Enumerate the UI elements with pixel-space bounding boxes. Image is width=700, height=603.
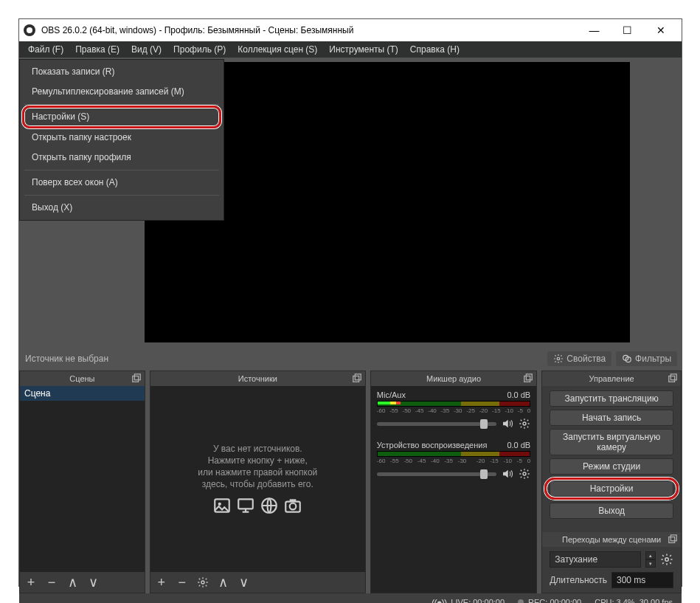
volume-slider[interactable] <box>377 472 496 476</box>
mixer-panel: Микшер аудио Mic/Aux 0.0 dB <box>370 371 537 593</box>
exit-button[interactable]: Выход <box>550 503 673 519</box>
image-icon <box>212 496 232 515</box>
move-source-down-button[interactable]: ∨ <box>238 576 251 589</box>
svg-rect-6 <box>355 374 361 380</box>
svg-rect-22 <box>670 535 676 541</box>
svg-point-8 <box>218 503 221 506</box>
file-menu-remux[interactable]: Ремультиплексирование записей (M) <box>20 82 223 102</box>
filters-button[interactable]: Фильтры <box>616 351 677 366</box>
transition-selected: Затухание <box>555 554 597 565</box>
svg-point-14 <box>201 581 204 584</box>
transition-select[interactable]: Затухание <box>550 551 641 568</box>
popout-icon[interactable] <box>131 373 142 384</box>
menu-view[interactable]: Вид (V) <box>125 41 167 58</box>
controls-header: Управление <box>542 371 681 386</box>
speaker-icon[interactable] <box>501 467 514 480</box>
add-scene-button[interactable]: + <box>24 576 38 589</box>
duration-label: Длительность <box>550 575 607 585</box>
menu-tools[interactable]: Инструменты (T) <box>323 41 403 58</box>
title-bar: OBS 26.0.2 (64-bit, windows) - Профиль: … <box>19 19 682 41</box>
menu-separator <box>24 104 219 105</box>
remove-source-button[interactable]: − <box>176 576 189 589</box>
app-window: OBS 26.0.2 (64-bit, windows) - Профиль: … <box>18 18 682 587</box>
record-dot-icon <box>518 599 524 603</box>
meter-ticks: -60-55-50-45-40-35-30-20-15-10-50 <box>377 458 530 464</box>
popout-icon[interactable] <box>668 373 678 384</box>
volume-slider[interactable] <box>377 422 496 426</box>
file-menu-settings[interactable]: Настройки (S) <box>24 107 219 127</box>
properties-label: Свойства <box>566 354 606 364</box>
sources-footer: + − ∧ ∨ <box>150 572 365 593</box>
maximize-button[interactable]: ☐ <box>611 19 644 41</box>
filters-icon <box>622 354 632 364</box>
sources-list[interactable]: У вас нет источников. Нажмите кнопку + н… <box>150 386 365 572</box>
gear-icon[interactable] <box>519 418 530 430</box>
sources-empty-l3: или нажмите правой кнопкой <box>198 466 317 478</box>
scene-item[interactable]: Сцена <box>20 386 145 401</box>
transition-stepper[interactable]: ▴▾ <box>645 551 656 568</box>
svg-rect-20 <box>670 374 676 380</box>
preview-right-gutter <box>652 58 682 347</box>
move-source-up-button[interactable]: ∧ <box>217 576 230 589</box>
sources-empty-l2: Нажмите кнопку + ниже, <box>208 455 308 466</box>
source-properties-button[interactable] <box>196 576 209 589</box>
gear-icon[interactable] <box>660 553 673 566</box>
audio-meter <box>377 451 530 457</box>
popout-icon[interactable] <box>352 373 362 384</box>
start-streaming-button[interactable]: Запустить трансляцию <box>550 390 673 407</box>
menu-profile[interactable]: Профиль (P) <box>167 41 232 58</box>
remove-scene-button[interactable]: − <box>45 576 58 589</box>
mixer-track-desktop: Устройство воспроизведения 0.0 dB -60-55… <box>377 441 530 480</box>
minimize-button[interactable]: — <box>578 19 611 41</box>
scenes-footer: + − ∧ ∨ <box>20 572 145 593</box>
move-scene-up-button[interactable]: ∧ <box>66 576 79 589</box>
file-menu-open-profile-folder[interactable]: Открыть папку профиля <box>20 148 223 168</box>
file-menu-always-on-top[interactable]: Поверх всех окон (A) <box>20 173 223 193</box>
menu-separator <box>24 195 219 196</box>
file-menu-dropdown: Показать записи (R) Ремультиплексировани… <box>19 59 224 221</box>
menu-scene-collection[interactable]: Коллекция сцен (S) <box>232 41 323 58</box>
scenes-list[interactable]: Сцена <box>20 386 145 572</box>
menu-help[interactable]: Справка (H) <box>404 41 465 58</box>
scenes-panel: Сцены Сцена + − ∧ ∨ <box>19 371 145 593</box>
status-live: ((●)) LIVE: 00:00:00 <box>432 597 505 604</box>
meter-ticks: -60-55-50-45-40-35-30-25-20-15-10-50 <box>377 407 530 414</box>
gear-icon[interactable] <box>519 468 530 480</box>
file-menu-show-recordings[interactable]: Показать записи (R) <box>20 62 223 82</box>
file-menu-exit[interactable]: Выход (X) <box>20 198 223 218</box>
file-menu-open-settings-folder[interactable]: Открыть папку настроек <box>20 128 223 148</box>
start-virtualcam-button[interactable]: Запустить виртуальную камеру <box>550 429 673 455</box>
speaker-icon[interactable] <box>501 417 514 430</box>
svg-rect-5 <box>353 376 359 382</box>
svg-point-0 <box>558 357 561 360</box>
duration-input[interactable]: 300 ms <box>611 572 673 588</box>
popout-icon[interactable] <box>668 534 678 546</box>
live-label: LIVE: 00:00:00 <box>451 598 505 603</box>
studio-mode-button[interactable]: Режим студии <box>550 458 673 475</box>
app-icon <box>24 24 35 36</box>
status-rec: REC: 00:00:00 <box>518 598 581 603</box>
start-recording-button[interactable]: Начать запись <box>550 410 673 426</box>
properties-button[interactable]: Свойства <box>547 351 611 366</box>
popout-icon[interactable] <box>523 373 533 384</box>
controls-body: Запустить трансляцию Начать запись Запус… <box>542 386 681 593</box>
track-level: 0.0 dB <box>507 390 530 399</box>
source-toolbar: Источник не выбран Свойства Фильтры <box>19 347 682 371</box>
mixer-header: Микшер аудио <box>371 371 536 386</box>
audio-meter <box>377 401 530 407</box>
svg-point-12 <box>290 503 297 510</box>
move-scene-down-button[interactable]: ∨ <box>86 576 100 589</box>
settings-button[interactable]: Настройки <box>550 480 673 497</box>
globe-icon <box>260 496 279 515</box>
menu-file[interactable]: Файл (F) <box>22 41 69 58</box>
sources-panel: Источники У вас нет источников. Нажмите … <box>150 371 366 593</box>
menu-edit[interactable]: Правка (E) <box>69 41 125 58</box>
add-source-button[interactable]: + <box>155 576 168 589</box>
svg-point-23 <box>665 558 669 562</box>
close-button[interactable]: ✕ <box>644 19 677 41</box>
window-title: OBS 26.0.2 (64-bit, windows) - Профиль: … <box>41 25 578 35</box>
svg-rect-15 <box>524 376 530 382</box>
svg-rect-16 <box>527 374 533 380</box>
scenes-title: Сцены <box>69 374 94 383</box>
docks-row: Сцены Сцена + − ∧ ∨ Источники <box>19 371 682 593</box>
